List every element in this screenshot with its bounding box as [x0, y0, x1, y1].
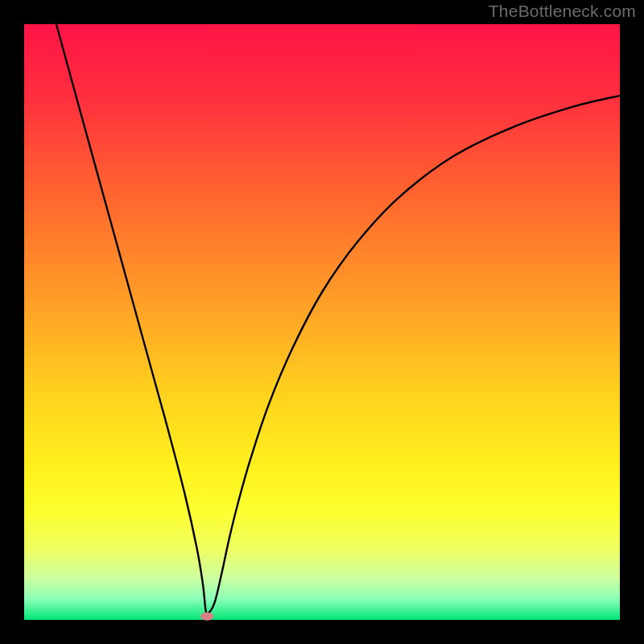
- chart-svg: [0, 0, 644, 644]
- min-marker: [200, 612, 213, 620]
- plot-background: [24, 24, 620, 620]
- watermark-text: TheBottleneck.com: [489, 2, 636, 21]
- chart-stage: TheBottleneck.com: [0, 0, 644, 644]
